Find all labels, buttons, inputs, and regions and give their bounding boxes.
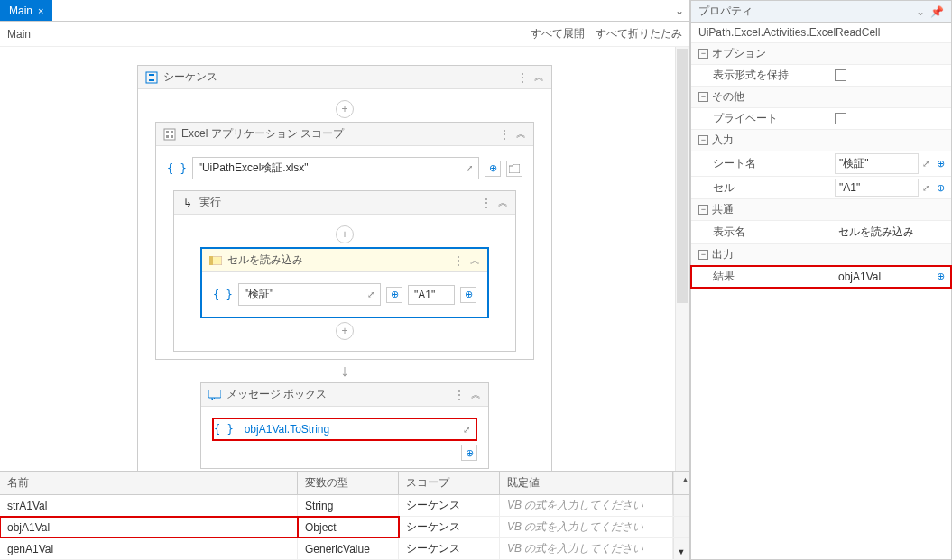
tab-main[interactable]: Main ×: [0, 0, 52, 21]
arrow-right-icon: ↳: [181, 197, 194, 209]
sheet-value-input[interactable]: "検証": [835, 153, 919, 174]
add-button[interactable]: ⊕: [933, 270, 947, 284]
scrollbar-vertical[interactable]: [675, 47, 689, 471]
scrollbar-vertical[interactable]: ▲: [673, 472, 689, 494]
close-icon[interactable]: ×: [38, 5, 43, 16]
execute-activity[interactable]: ↳ 実行 ⋮ ︽ +: [173, 190, 516, 352]
sheet-input[interactable]: "検証"⤢: [238, 283, 381, 306]
breadcrumb[interactable]: Main: [7, 28, 31, 41]
collapse-toggle-icon[interactable]: −: [698, 135, 708, 145]
expression-icon: { }: [167, 162, 187, 175]
add-button[interactable]: ⊕: [461, 445, 477, 461]
collapse-icon[interactable]: ︽: [516, 127, 526, 141]
group-common: −共通 表示名 セルを読み込み: [691, 199, 951, 244]
group-header[interactable]: −共通: [691, 199, 951, 221]
menu-icon[interactable]: ⋮: [454, 389, 466, 401]
group-header[interactable]: −その他: [691, 87, 951, 108]
add-button[interactable]: ⊕: [460, 287, 476, 303]
collapse-toggle-icon[interactable]: −: [698, 92, 708, 102]
col-header-name[interactable]: 名前: [0, 472, 298, 494]
add-button[interactable]: ⊕: [485, 161, 501, 177]
flow-arrow-icon: ↓: [341, 362, 349, 381]
designer-canvas[interactable]: シーケンス ⋮ ︽ + Excel アプリケーション スコープ ⋮ ︽: [0, 47, 689, 471]
group-other: −その他 プライベート: [691, 87, 951, 130]
checkbox[interactable]: [835, 69, 846, 81]
col-header-type[interactable]: 変数の型: [298, 472, 399, 494]
svg-rect-9: [209, 256, 213, 265]
svg-rect-3: [164, 129, 175, 140]
scrollbar-vertical[interactable]: ▼: [673, 538, 689, 559]
add-activity-button[interactable]: +: [336, 100, 354, 118]
folder-icon[interactable]: [506, 161, 522, 177]
collapse-icon[interactable]: ︽: [534, 70, 544, 84]
add-button[interactable]: ⊕: [933, 157, 947, 171]
expand-icon[interactable]: ⤢: [367, 289, 374, 299]
menu-icon[interactable]: ⋮: [453, 254, 465, 267]
table-row[interactable]: strA1Val String シーケンス VB の式を入力してください: [0, 495, 689, 517]
chevron-down-icon[interactable]: ⌄: [916, 5, 925, 18]
prop-cell: セル "A1" ⤢ ⊕: [691, 177, 951, 199]
variables-panel: 名前 変数の型 スコープ 既定値 ▲ strA1Val String シーケンス…: [0, 471, 689, 560]
variables-header: 名前 変数の型 スコープ 既定値 ▲: [0, 472, 689, 495]
group-output: −出力 結果 objA1Val ⊕: [691, 244, 951, 288]
expand-icon[interactable]: ⤢: [463, 425, 470, 435]
svg-rect-7: [171, 135, 173, 138]
excel-scope-activity[interactable]: Excel アプリケーション スコープ ⋮ ︽ { } "UiPathExcel…: [155, 122, 534, 360]
menu-icon[interactable]: ⋮: [517, 71, 529, 84]
group-header[interactable]: −オプション: [691, 43, 951, 65]
collapse-toggle-icon[interactable]: −: [698, 250, 708, 260]
checkbox[interactable]: [835, 113, 846, 124]
expression-icon: { }: [214, 423, 234, 436]
cell-input[interactable]: "A1": [408, 285, 455, 305]
col-header-default[interactable]: 既定値: [500, 472, 673, 494]
col-header-scope[interactable]: スコープ: [399, 472, 500, 494]
collapse-icon[interactable]: ︽: [470, 253, 480, 267]
read-cell-activity[interactable]: セルを読み込み ⋮ ︽ { } "検証"⤢ ⊕: [200, 247, 489, 318]
add-activity-button[interactable]: +: [336, 225, 354, 243]
table-row[interactable]: genA1Val GenericValue シーケンス VB の式を入力してくだ…: [0, 538, 689, 560]
svg-rect-6: [166, 135, 169, 138]
message-box-activity[interactable]: メッセージ ボックス ⋮ ︽ { } objA1Val.ToString⤢ ⊕: [200, 382, 489, 469]
properties-header: プロパティ ⌄ 📌: [691, 1, 951, 23]
sequence-icon: [145, 71, 158, 84]
add-button[interactable]: ⊕: [386, 287, 402, 303]
expand-icon[interactable]: ⤢: [466, 163, 473, 173]
result-value-input[interactable]: objA1Val: [835, 269, 929, 285]
prop-preserve-format: 表示形式を保持: [691, 65, 951, 87]
sequence-title: シーケンス: [163, 69, 512, 85]
pin-icon[interactable]: 📌: [930, 5, 944, 18]
prop-display-name: 表示名 セルを読み込み: [691, 221, 951, 244]
add-button[interactable]: ⊕: [933, 180, 947, 195]
chevron-down-icon[interactable]: ⌄: [670, 5, 689, 17]
tab-title: Main: [9, 5, 32, 17]
prop-sheet: シート名 "検証" ⤢ ⊕: [691, 151, 951, 177]
collapse-toggle-icon[interactable]: −: [698, 205, 708, 215]
expand-icon[interactable]: ⤢: [922, 159, 929, 169]
menu-icon[interactable]: ⋮: [481, 197, 493, 209]
collapse-toggle-icon[interactable]: −: [698, 49, 708, 59]
group-header[interactable]: −出力: [691, 244, 951, 266]
properties-panel: プロパティ ⌄ 📌 UiPath.Excel.Activities.ExcelR…: [690, 0, 952, 560]
collapse-icon[interactable]: ︽: [471, 388, 481, 401]
properties-title: プロパティ: [698, 4, 916, 19]
message-input[interactable]: objA1Val.ToString⤢: [239, 419, 476, 439]
display-name-input[interactable]: セルを読み込み: [835, 223, 947, 242]
sequence-activity[interactable]: シーケンス ⋮ ︽ + Excel アプリケーション スコープ ⋮ ︽: [137, 65, 552, 471]
svg-rect-4: [166, 131, 169, 133]
collapse-all-link[interactable]: すべて折りたたみ: [596, 26, 682, 41]
table-row[interactable]: objA1Val Object シーケンス VB の式を入力してください: [0, 517, 689, 538]
expand-icon[interactable]: ⤢: [922, 183, 929, 193]
menu-icon[interactable]: ⋮: [499, 128, 511, 141]
expand-all-link[interactable]: すべて展開: [531, 26, 585, 41]
svg-rect-2: [149, 79, 154, 81]
workbook-path-input[interactable]: "UiPathExcel検証.xlsx"⤢: [192, 157, 479, 179]
collapse-icon[interactable]: ︽: [498, 196, 508, 209]
excel-scope-title: Excel アプリケーション スコープ: [181, 126, 494, 142]
cell-value-input[interactable]: "A1": [835, 179, 919, 197]
svg-rect-5: [171, 131, 173, 133]
read-cell-icon: [209, 254, 222, 267]
message-icon: [208, 389, 221, 401]
execute-title: 実行: [199, 195, 476, 210]
add-activity-button[interactable]: +: [336, 322, 354, 340]
group-header[interactable]: −入力: [691, 130, 951, 151]
